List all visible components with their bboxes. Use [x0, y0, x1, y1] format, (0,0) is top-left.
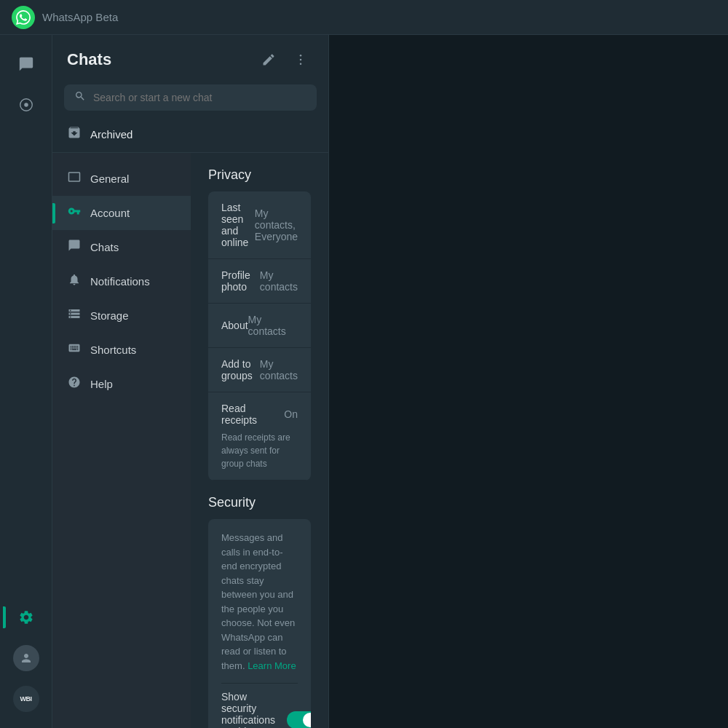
security-toggle-switch[interactable] — [287, 711, 311, 728]
last-seen-label: Last seen and online — [221, 202, 255, 248]
sidebar-item-settings[interactable] — [9, 600, 44, 635]
security-section: Security Messages and calls in end-to-en… — [208, 495, 311, 728]
security-title: Security — [208, 495, 311, 510]
svg-point-4 — [300, 63, 302, 66]
settings-menu-account[interactable]: Account — [52, 196, 191, 230]
privacy-title: Privacy — [208, 167, 311, 183]
svg-point-1 — [24, 103, 28, 107]
security-learn-more-link[interactable]: Learn More — [248, 660, 296, 671]
right-empty-panel — [329, 35, 728, 728]
archived-label: Archived — [90, 128, 132, 141]
add-to-groups-value: My contacts — [260, 358, 298, 381]
notifications-icon — [67, 273, 82, 290]
settings-menu-general[interactable]: General — [52, 162, 191, 196]
avatar — [13, 645, 39, 671]
about-label: About — [221, 320, 248, 331]
new-chat-button[interactable] — [256, 47, 282, 73]
read-receipts-block: Read receipts On Read receipts are alway… — [208, 392, 311, 480]
settings-menu-storage[interactable]: Storage — [52, 298, 191, 333]
notifications-label: Notifications — [90, 275, 150, 288]
sidebar-item-chats[interactable] — [9, 47, 44, 82]
chats-header: Chats — [52, 35, 328, 79]
read-receipts-row: Read receipts On — [221, 403, 298, 426]
general-label: General — [90, 173, 129, 185]
security-toggle-row: Show security notifications on this comp… — [221, 683, 298, 728]
whatsapp-logo — [12, 6, 35, 29]
main-layout: WBI Chats — [0, 35, 728, 728]
search-bar[interactable] — [64, 84, 317, 111]
sidebar-item-wbi[interactable]: WBI — [9, 681, 44, 716]
storage-icon — [67, 307, 82, 324]
chats-panel: Chats — [52, 35, 329, 728]
archive-icon — [67, 125, 82, 143]
search-input[interactable] — [93, 92, 306, 103]
security-description: Messages and calls in end-to-end encrypt… — [221, 531, 298, 673]
settings-left-menu: General Account — [52, 153, 191, 728]
storage-label: Storage — [90, 309, 129, 322]
sidebar-item-profile[interactable] — [9, 641, 44, 676]
read-receipts-label: Read receipts — [221, 403, 284, 426]
settings-right-panel: Privacy Last seen and online My contacts… — [191, 153, 328, 728]
search-container — [52, 79, 328, 116]
sidebar-bottom: WBI — [9, 600, 44, 716]
settings-menu-help[interactable]: Help — [52, 367, 191, 401]
shortcuts-label: Shortcuts — [90, 344, 136, 356]
account-icon — [67, 205, 82, 221]
toggle-label-column: Show security notifications on this comp… — [221, 691, 287, 728]
account-label: Account — [90, 207, 130, 219]
settings-menu-shortcuts[interactable]: Shortcuts — [52, 333, 191, 367]
profile-photo-label: Profile photo — [221, 269, 260, 293]
svg-point-3 — [300, 59, 302, 61]
general-icon — [67, 170, 82, 187]
help-label: Help — [90, 378, 113, 390]
sidebar-item-status[interactable] — [9, 87, 44, 122]
last-seen-row[interactable]: Last seen and online My contacts, Everyo… — [208, 191, 311, 259]
app-title: WhatsApp Beta — [42, 11, 118, 23]
settings-menu-notifications[interactable]: Notifications — [52, 264, 191, 298]
narrow-sidebar: WBI — [0, 35, 52, 728]
toggle-right-area: On — [287, 711, 311, 728]
settings-menu-chats[interactable]: Chats — [52, 230, 191, 264]
title-bar: WhatsApp Beta — [0, 0, 728, 35]
help-icon — [67, 376, 82, 392]
add-to-groups-label: Add to groups — [221, 358, 260, 381]
about-row[interactable]: About My contacts — [208, 304, 311, 348]
search-icon — [74, 90, 86, 105]
chats-menu-label: Chats — [90, 241, 119, 253]
profile-photo-value: My contacts — [260, 269, 298, 293]
settings-panel-area: General Account — [52, 153, 328, 728]
read-receipts-note: Read receipts are always sent for group … — [221, 432, 290, 469]
chats-menu-icon — [67, 239, 82, 256]
add-to-groups-row[interactable]: Add to groups My contacts — [208, 348, 311, 392]
content-area: Chats — [52, 35, 728, 728]
shortcuts-icon — [67, 341, 82, 358]
svg-point-2 — [300, 55, 302, 57]
profile-photo-row[interactable]: Profile photo My contacts — [208, 259, 311, 304]
read-receipts-value: On — [284, 408, 298, 420]
last-seen-value: My contacts, Everyone — [255, 207, 298, 242]
toggle-main-label: Show security notifications on this comp… — [221, 691, 275, 728]
security-settings-block: Messages and calls in end-to-end encrypt… — [208, 519, 311, 728]
toggle-knob — [303, 713, 311, 727]
wbi-badge: WBI — [13, 686, 39, 712]
about-value: My contacts — [248, 314, 298, 337]
more-options-button[interactable] — [288, 47, 314, 73]
archived-row[interactable]: Archived — [52, 116, 328, 153]
privacy-settings-block: Last seen and online My contacts, Everyo… — [208, 191, 311, 480]
header-actions — [256, 47, 314, 73]
chats-panel-title: Chats — [67, 50, 111, 69]
privacy-section: Privacy Last seen and online My contacts… — [208, 167, 311, 480]
